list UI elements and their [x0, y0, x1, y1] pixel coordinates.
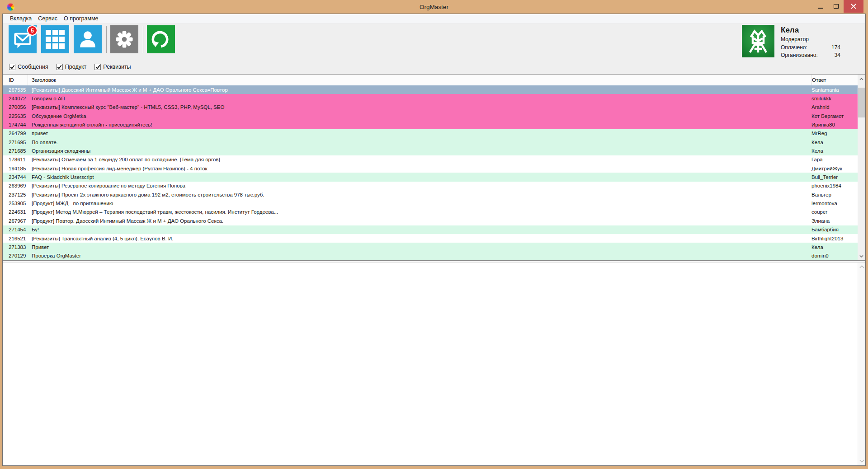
detail-scrollbar[interactable]: [858, 263, 865, 465]
cell-id: 267967: [3, 218, 28, 224]
cell-title: [Продукт] Повтор. Даосский Интимный Масс…: [28, 218, 811, 224]
menu-item-about[interactable]: О программе: [61, 14, 101, 23]
cell-id: 234744: [3, 174, 28, 180]
user-name: Кела: [781, 26, 840, 35]
cell-id: 244072: [3, 96, 28, 101]
column-header-title[interactable]: Заголовок: [28, 77, 811, 83]
cell-title: [Реквизиты] Комплексный курс "Веб-мастер…: [28, 104, 811, 110]
table-row[interactable]: 271685Организация складчиныКела: [3, 146, 858, 155]
window-content: Вкладка Сервис О программе 5: [2, 14, 866, 466]
cell-id: 178611: [3, 157, 28, 162]
cell-id: 194185: [3, 166, 28, 171]
column-header-id[interactable]: ID: [3, 75, 28, 85]
user-panel: Кела Модератор Оплачено: 174 Организован…: [742, 25, 840, 60]
close-button[interactable]: [844, 0, 863, 13]
cell-answer: couper: [811, 209, 858, 215]
cell-title: Бу!: [28, 227, 811, 232]
maximize-icon: [834, 4, 839, 9]
table-row[interactable]: 267967[Продукт] Повтор. Даосский Интимны…: [3, 216, 858, 225]
table-row[interactable]: 178611[Реквизиты] Отмечаем за 1 секунду …: [3, 155, 858, 164]
cell-answer: smilukkk: [811, 96, 858, 101]
scroll-down-button[interactable]: [858, 252, 865, 260]
table-row[interactable]: 244072Говорим о АПsmilukkk: [3, 94, 858, 103]
table-row[interactable]: 270129Проверка OrgMasterdomin0: [3, 252, 858, 260]
minimize-button[interactable]: [813, 0, 828, 13]
filter-label: Сообщения: [18, 64, 48, 70]
cell-title: [Реквизиты] Резервное копирование по мет…: [28, 183, 811, 188]
cell-title: [Реквизиты] Трансактный анализ (4, 5 цик…: [28, 236, 811, 241]
table-row[interactable]: 253905[Продукт] МЖД - по приглашениюlerm…: [3, 199, 858, 207]
cell-answer: Кела: [811, 244, 858, 250]
cell-id: 237125: [3, 192, 28, 197]
table-row[interactable]: 216521[Реквизиты] Трансактный анализ (4,…: [3, 234, 858, 243]
cell-title: [Реквизиты] Новая профессия лид-менеджер…: [28, 166, 811, 171]
refresh-button[interactable]: [147, 25, 175, 53]
minimize-icon: [818, 8, 823, 9]
maximize-button[interactable]: [828, 0, 844, 13]
table-row[interactable]: 237125[Реквизиты] Проект 2х этажного кар…: [3, 190, 858, 199]
cell-answer: ДмитрийЖук: [811, 166, 858, 171]
cell-answer: Кела: [811, 148, 858, 154]
cell-title: Привет: [28, 244, 811, 250]
table-row[interactable]: 234744FAQ - Skladchik UserscriptBull_Ter…: [3, 173, 858, 181]
cell-answer: Гара: [811, 157, 858, 162]
table-row[interactable]: 264799приветMrReg: [3, 129, 858, 138]
table-row[interactable]: 271695По оплате.Кела: [3, 138, 858, 146]
detail-pane: [3, 263, 865, 465]
table-header: ID Заголовок Ответ: [3, 75, 858, 85]
cell-id: 270056: [3, 104, 28, 110]
users-button[interactable]: [74, 25, 102, 53]
cell-id: 271454: [3, 227, 28, 232]
checkbox-checked-icon: [9, 64, 15, 70]
table-row[interactable]: 267535[Реквизиты] Даосский Интимный Масс…: [3, 85, 858, 94]
filter-label: Реквизиты: [103, 64, 131, 70]
cell-answer: Saniamania: [811, 87, 858, 93]
cell-id: 271695: [3, 140, 28, 145]
checkbox-checked-icon: [57, 64, 63, 70]
cell-title: Обсуждение OrgMetka: [28, 113, 811, 119]
scroll-up-button[interactable]: [858, 75, 865, 83]
cell-title: По оплате.: [28, 140, 811, 145]
menubar: Вкладка Сервис О программе: [3, 14, 865, 23]
scroll-down-button[interactable]: [858, 457, 865, 465]
menu-item-service[interactable]: Сервис: [35, 14, 61, 23]
scrollbar-thumb[interactable]: [858, 88, 865, 117]
messages-button[interactable]: 5: [9, 25, 37, 53]
cell-answer: Иринка80: [811, 122, 858, 127]
table-row[interactable]: 224631[Продукт] Метод М.Мюррей – Терапия…: [3, 208, 858, 216]
table-row[interactable]: 271383ПриветКела: [3, 243, 858, 251]
organized-value: 34: [835, 52, 840, 58]
table-row[interactable]: 225635Обсуждение OrgMetkaКот Бергамот: [3, 112, 858, 120]
table-row[interactable]: 271454Бу!Бамбарбия: [3, 225, 858, 234]
scroll-up-button[interactable]: [858, 263, 865, 271]
cell-id: 253905: [3, 201, 28, 206]
cell-title: [Реквизиты] Проект 2х этажного каркасног…: [28, 192, 811, 197]
org-logo-icon: [742, 25, 774, 57]
filter-requisites[interactable]: Реквизиты: [94, 64, 131, 70]
cell-title: [Реквизиты] Даосский Интимный Массаж Ж и…: [28, 87, 811, 93]
cell-title: Проверка OrgMaster: [28, 253, 811, 258]
table-row[interactable]: 174744Рожденная женщиной онлайн - присое…: [3, 120, 858, 129]
filter-product[interactable]: Продукт: [57, 64, 87, 70]
settings-button[interactable]: [110, 25, 138, 53]
user-role: Модератор: [781, 36, 840, 42]
filter-messages[interactable]: Сообщения: [9, 64, 48, 70]
refresh-icon: [150, 28, 172, 50]
chevron-up-icon: [859, 78, 863, 80]
grid-button[interactable]: [41, 25, 69, 53]
titlebar[interactable]: OrgMaster: [2, 0, 866, 14]
column-header-answer[interactable]: Ответ: [811, 75, 858, 85]
cell-title: Организация складчины: [28, 148, 811, 154]
table-row[interactable]: 270056[Реквизиты] Комплексный курс "Веб-…: [3, 103, 858, 112]
cell-id: 225635: [3, 113, 28, 119]
table-row[interactable]: 263969[Реквизиты] Резервное копирование …: [3, 182, 858, 190]
app-window: OrgMaster Вкладка Сервис О программе: [0, 0, 868, 469]
organized-label: Организовано:: [781, 52, 818, 58]
cell-title: Рожденная женщиной онлайн - присоединяйт…: [28, 122, 811, 127]
topics-table: ID Заголовок Ответ 267535[Реквизиты] Дао…: [3, 74, 865, 260]
filter-bar: Сообщения Продукт Реквизиты: [3, 60, 865, 74]
cell-title: [Продукт] МЖД - по приглашению: [28, 201, 811, 206]
table-row[interactable]: 194185[Реквизиты] Новая профессия лид-ме…: [3, 164, 858, 173]
menu-item-tab[interactable]: Вкладка: [7, 14, 35, 23]
table-scrollbar[interactable]: [858, 75, 865, 260]
